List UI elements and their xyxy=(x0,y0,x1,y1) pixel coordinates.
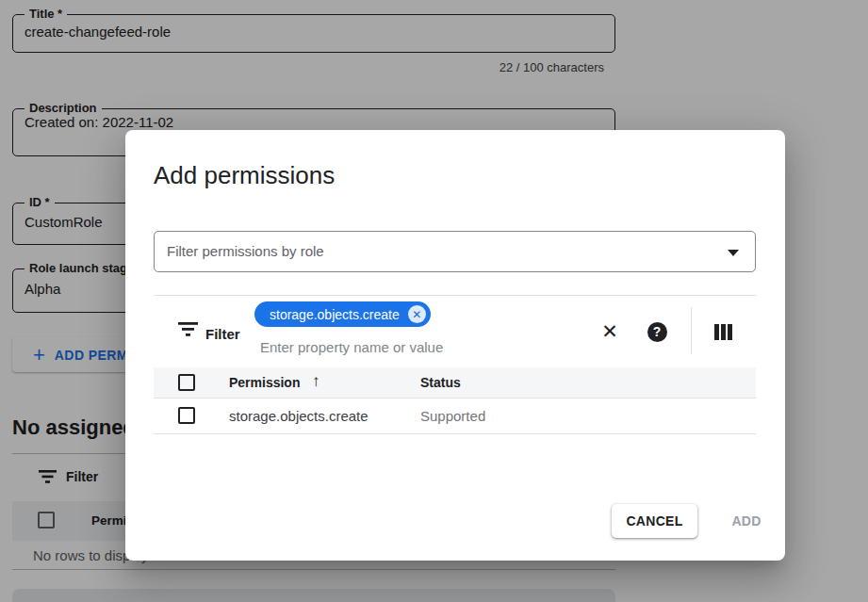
help-icon[interactable]: ? xyxy=(644,318,670,345)
permission-column-header[interactable]: Permission xyxy=(229,375,300,390)
permissions-table: Filter storage.objects.create ✕ Enter pr… xyxy=(154,295,756,434)
sort-ascending-icon[interactable]: ↑ xyxy=(312,372,320,391)
filter-input-placeholder[interactable]: Enter property name or value xyxy=(260,339,443,355)
clear-filters-icon[interactable]: ✕ xyxy=(597,318,623,345)
permission-cell: storage.objects.create xyxy=(229,408,368,424)
filter-chip[interactable]: storage.objects.create ✕ xyxy=(254,301,431,327)
add-permissions-dialog: Add permissions Filter permissions by ro… xyxy=(125,130,785,561)
select-all-checkbox[interactable] xyxy=(178,374,195,391)
filter-label: Filter xyxy=(205,326,240,342)
toolbar-divider xyxy=(691,307,692,354)
filter-permissions-by-role-dropdown[interactable]: Filter permissions by role xyxy=(154,231,756,272)
table-row[interactable]: storage.objects.create Supported xyxy=(154,399,756,434)
table-header-row: Permission ↑ Status xyxy=(154,367,756,399)
add-button[interactable]: ADD xyxy=(717,504,776,538)
filter-icon xyxy=(178,322,198,336)
status-cell: Supported xyxy=(420,408,485,424)
chip-remove-icon[interactable]: ✕ xyxy=(408,305,426,323)
cancel-button[interactable]: CANCEL xyxy=(612,504,697,538)
role-dropdown-placeholder: Filter permissions by role xyxy=(167,243,324,259)
dialog-title: Add permissions xyxy=(154,161,335,190)
row-checkbox[interactable] xyxy=(178,407,195,424)
column-display-options-icon[interactable] xyxy=(710,318,736,345)
chevron-down-icon xyxy=(728,250,739,256)
filter-chip-text: storage.objects.create xyxy=(270,307,400,322)
permissions-filter-toolbar: Filter storage.objects.create ✕ Enter pr… xyxy=(154,296,756,367)
status-column-header[interactable]: Status xyxy=(420,375,461,390)
